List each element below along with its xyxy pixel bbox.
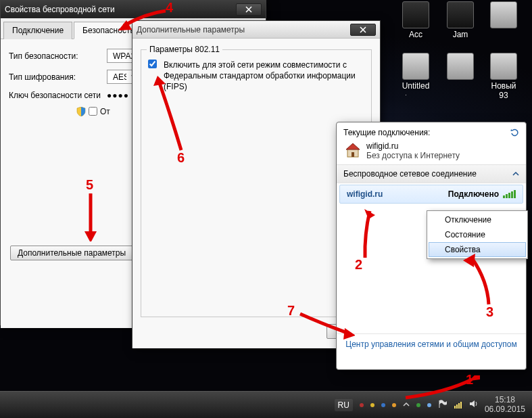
flyout-header: Текущие подключения: wifigid.ru Без дост… [337, 122, 526, 165]
home-icon [343, 142, 362, 160]
date: 06.09.2015 [485, 405, 525, 414]
current-connections-label: Текущие подключения: [343, 128, 430, 137]
label-sectype: Тип безопасности: [9, 51, 107, 61]
show-chars-label: От [100, 107, 110, 116]
volume-icon[interactable] [468, 399, 478, 411]
chevron-up-icon [512, 169, 519, 179]
desktop-icon[interactable] [444, 53, 477, 81]
refresh-icon[interactable] [510, 128, 519, 139]
tab-connection[interactable]: Подключение [3, 22, 72, 39]
desktop-icon[interactable]: Jam [444, 1, 477, 39]
close-button[interactable] [350, 24, 376, 36]
network-tray-icon[interactable] [454, 402, 462, 409]
shield-icon [76, 107, 86, 116]
network-center-link[interactable]: Центр управления сетями и общим доступом [337, 333, 526, 354]
desktop-icon[interactable]: Untitled [400, 53, 432, 91]
annotation-6: 6 [177, 150, 185, 166]
icon-label: Untitled [402, 81, 430, 91]
network-name: wifigid.ru [347, 189, 383, 199]
advanced-params-button[interactable]: Дополнительные параметры [10, 246, 133, 260]
fips-checkbox[interactable]: Включить для этой сети режим совместимос… [148, 60, 364, 93]
annotation-1: 1 [466, 372, 473, 388]
system-tray: RU 15:18 06.09.2015 [328, 392, 532, 418]
security-key-field[interactable]: ●●●● [107, 91, 129, 100]
section-label: Беспроводное сетевое соединение [343, 169, 477, 179]
titlebar: Дополнительные параметры [132, 21, 380, 39]
groupbox-legend: Параметры 802.11 [147, 45, 222, 54]
tray-icon[interactable] [360, 403, 364, 407]
annotation-4: 4 [166, 0, 173, 16]
desktop-icon[interactable] [487, 1, 520, 30]
tray-icon[interactable] [416, 403, 420, 407]
icon-label: Acc [409, 30, 422, 39]
signal-bars-icon [503, 190, 516, 198]
desktop-icon[interactable]: Новый 93 [487, 53, 520, 100]
language-indicator[interactable]: RU [335, 399, 353, 411]
tray-icon[interactable] [370, 403, 374, 407]
window-title: Дополнительные параметры [137, 25, 245, 34]
icon-label: Jam [453, 30, 468, 39]
annotation-2: 2 [355, 257, 362, 273]
clock[interactable]: 15:18 06.09.2015 [485, 396, 525, 413]
ctx-status[interactable]: Состояние [429, 227, 526, 242]
icon-label: Новый 93 [491, 81, 516, 100]
annotation-3: 3 [486, 304, 493, 320]
label-key: Ключ безопасности сети [9, 91, 107, 100]
desktop-icon[interactable]: Acc [400, 1, 432, 39]
tray-icon[interactable] [427, 403, 431, 407]
svg-marker-1 [346, 143, 360, 149]
fips-checkbox-input[interactable] [148, 60, 157, 68]
label-enctype: Тип шифрования: [9, 72, 107, 82]
connected-label: Подключено [448, 189, 499, 199]
time: 15:18 [485, 396, 525, 404]
flag-icon[interactable] [438, 399, 448, 411]
tray-up-icon[interactable] [403, 400, 410, 410]
tray-icon[interactable] [381, 403, 385, 407]
no-access-label: Без доступа к Интернету [366, 151, 460, 160]
network-item[interactable]: wifigid.ru Подключено [339, 185, 523, 204]
wireless-section-toggle[interactable]: Беспроводное сетевое соединение [337, 165, 526, 183]
svg-rect-2 [352, 152, 354, 157]
home-network-name: wifigid.ru [366, 141, 460, 151]
taskbar: RU 15:18 06.09.2015 [0, 391, 532, 418]
annotation-7: 7 [287, 303, 295, 319]
close-button[interactable] [236, 3, 262, 16]
fips-label: Включить для этой сети режим совместимос… [164, 60, 364, 93]
titlebar: Свойства беспроводной сети [1, 1, 266, 18]
ctx-properties[interactable]: Свойства [429, 242, 526, 257]
context-menu: Отключение Состояние Свойства [427, 210, 528, 259]
annotation-5: 5 [86, 177, 93, 193]
tray-icon[interactable] [392, 403, 396, 407]
window-title: Свойства беспроводной сети [5, 5, 115, 14]
ctx-disconnect[interactable]: Отключение [429, 212, 526, 227]
show-chars-checkbox[interactable]: От [89, 107, 110, 116]
